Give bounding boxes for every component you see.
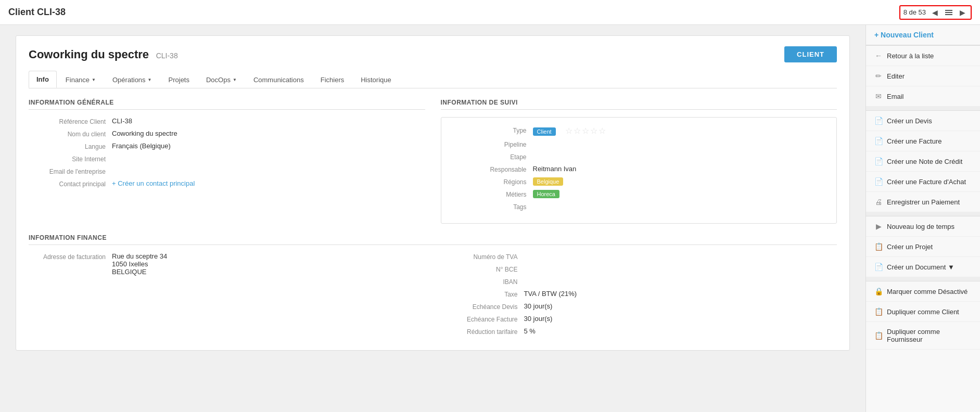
create-contact-link[interactable]: + Créer un contact principal: [112, 179, 195, 187]
tag-client: Client: [533, 127, 556, 136]
create-note-label: Créer une Note de Crédit: [887, 158, 962, 165]
label-metiers: Métiers: [450, 190, 533, 198]
create-facture-icon: 📄: [874, 137, 883, 145]
email-button[interactable]: ✉ Email: [866, 86, 980, 107]
label-echeance-facture: Echéance Facture: [441, 315, 524, 323]
field-adresse: Adresse de facturation Rue du sceptre 34…: [29, 252, 425, 276]
create-document-button[interactable]: 📄 Créer un Document ▼: [866, 257, 980, 277]
edit-label: Editer: [887, 72, 905, 80]
field-email: Email de l'entreprise: [29, 167, 425, 175]
field-iban: IBAN: [441, 277, 837, 286]
back-to-list-button[interactable]: ← Retour à la liste: [866, 46, 980, 66]
dupliquer-client-label: Dupliquer comme Client: [887, 308, 959, 316]
label-etape: Etape: [450, 152, 533, 161]
desactiver-icon: 🔒: [874, 287, 883, 295]
field-regions: Régions Belgique: [450, 177, 829, 186]
log-temps-button[interactable]: ▶ Nouveau log de temps: [866, 216, 980, 237]
dupliquer-fournisseur-button[interactable]: 📋 Dupliquer comme Fournisseur: [866, 322, 980, 350]
create-devis-button[interactable]: 📄 Créer un Devis: [866, 111, 980, 131]
value-regions: Belgique: [533, 177, 829, 185]
label-iban: IBAN: [441, 277, 524, 286]
tab-communications[interactable]: Communications: [246, 71, 312, 88]
new-client-label: + Nouveau Client: [874, 31, 934, 39]
label-email: Email de l'entreprise: [29, 167, 112, 175]
label-reference: Référence Client: [29, 117, 112, 125]
client-badge: CLIENT: [784, 46, 837, 62]
stars-rating[interactable]: ☆☆☆☆☆: [565, 126, 606, 136]
value-langue: Français (Belgique): [112, 142, 425, 150]
create-note-credit-button[interactable]: 📄 Créer une Note de Crédit: [866, 151, 980, 172]
value-nom: Coworking du spectre: [112, 130, 425, 137]
enregistrer-paiement-button[interactable]: 🖨 Enregistrer un Paiement: [866, 192, 980, 212]
tab-finance[interactable]: Finance: [58, 71, 104, 88]
desactiver-button[interactable]: 🔒 Marquer comme Désactivé: [866, 281, 980, 302]
general-info-title: INFORMATION GÉNÉRALE: [29, 99, 425, 110]
address-line1: Rue du sceptre 34: [112, 252, 167, 260]
info-section: INFORMATION GÉNÉRALE Référence Client CL…: [29, 99, 837, 224]
sidebar-divider-1: [866, 107, 980, 111]
company-name: Coworking du spectre: [29, 48, 149, 61]
field-metiers: Métiers Horeca: [450, 190, 829, 198]
label-type: Type: [450, 126, 533, 134]
new-client-button[interactable]: + Nouveau Client: [866, 25, 980, 46]
sidebar-divider-3: [866, 277, 980, 281]
field-echeance-devis: Echéance Devis 30 jour(s): [441, 302, 837, 311]
field-type: Type Client ☆☆☆☆☆: [450, 126, 829, 136]
finance-left: Adresse de facturation Rue du sceptre 34…: [29, 252, 425, 340]
email-label: Email: [887, 93, 904, 100]
tab-fichiers[interactable]: Fichiers: [313, 71, 352, 88]
email-icon: ✉: [874, 92, 883, 100]
label-echeance-devis: Echéance Devis: [441, 302, 524, 311]
value-reduction: 5 %: [524, 327, 837, 335]
label-pipeline: Pipeline: [450, 140, 533, 148]
list-view-button[interactable]: [944, 9, 953, 16]
suivi-info-title: INFORMATION DE SUIVI: [441, 99, 837, 110]
field-nom: Nom du client Coworking du spectre: [29, 130, 425, 138]
tab-docops[interactable]: DocOps: [198, 71, 245, 88]
enregistrer-icon: 🖨: [874, 198, 883, 206]
projet-icon: 📋: [874, 242, 883, 251]
create-devis-label: Créer un Devis: [887, 117, 932, 125]
dupliquer-client-icon: 📋: [874, 307, 883, 316]
tab-operations[interactable]: Opérations: [105, 71, 160, 88]
next-button[interactable]: ▶: [958, 7, 968, 18]
suivi-box: Type Client ☆☆☆☆☆ Pipeline: [441, 117, 837, 224]
field-reduction: Réduction tarifaire 5 %: [441, 327, 837, 336]
create-facture-achat-button[interactable]: 📄 Créer une Facture d'Achat: [866, 172, 980, 192]
value-responsable: Reitmann Ivan: [533, 165, 829, 173]
label-bce: N° BCE: [441, 265, 524, 273]
back-icon: ←: [874, 52, 883, 60]
value-taxe: TVA / BTW (21%): [524, 290, 837, 298]
tabs-bar: Info Finance Opérations Projets DocOps C…: [29, 71, 837, 88]
top-bar: Client CLI-38 8 de 53 ◀ ▶: [0, 0, 980, 25]
value-reference: CLI-38: [112, 117, 425, 125]
finance-cols: Adresse de facturation Rue du sceptre 34…: [29, 252, 837, 340]
value-contact: + Créer un contact principal: [112, 179, 425, 187]
prev-button[interactable]: ◀: [930, 7, 940, 18]
document-label: Créer un Document ▼: [887, 263, 954, 271]
tab-projets[interactable]: Projets: [161, 71, 197, 88]
suivi-info-col: INFORMATION DE SUIVI Type Client ☆☆☆☆☆: [441, 99, 837, 224]
general-info-col: INFORMATION GÉNÉRALE Référence Client CL…: [29, 99, 425, 224]
back-label: Retour à la liste: [887, 52, 934, 60]
card-header: Coworking du spectre CLI-38 CLIENT: [29, 46, 837, 62]
sidebar-divider-2: [866, 212, 980, 216]
dupliquer-client-button[interactable]: 📋 Dupliquer comme Client: [866, 302, 980, 322]
address-line2: 1050 Ixelles: [112, 260, 148, 268]
content-area: Coworking du spectre CLI-38 CLIENT Info …: [0, 25, 866, 412]
edit-button[interactable]: ✏ Editer: [866, 66, 980, 86]
label-langue: Langue: [29, 142, 112, 150]
create-facture-button[interactable]: 📄 Créer une Facture: [866, 131, 980, 151]
field-langue: Langue Français (Belgique): [29, 142, 425, 150]
sidebar: + Nouveau Client ← Retour à la liste ✏ E…: [866, 25, 980, 412]
tab-historique[interactable]: Historique: [353, 71, 399, 88]
main-layout: Coworking du spectre CLI-38 CLIENT Info …: [0, 25, 980, 412]
log-label: Nouveau log de temps: [887, 223, 954, 230]
client-code: CLI-38: [156, 52, 178, 60]
value-echeance-facture: 30 jour(s): [524, 315, 837, 323]
tab-info[interactable]: Info: [29, 71, 57, 88]
create-projet-button[interactable]: 📋 Créer un Projet: [866, 237, 980, 257]
address-line3: BELGIQUE: [112, 268, 146, 276]
dupliquer-fournisseur-label: Dupliquer comme Fournisseur: [887, 328, 972, 343]
create-facture-achat-label: Créer une Facture d'Achat: [887, 178, 966, 186]
